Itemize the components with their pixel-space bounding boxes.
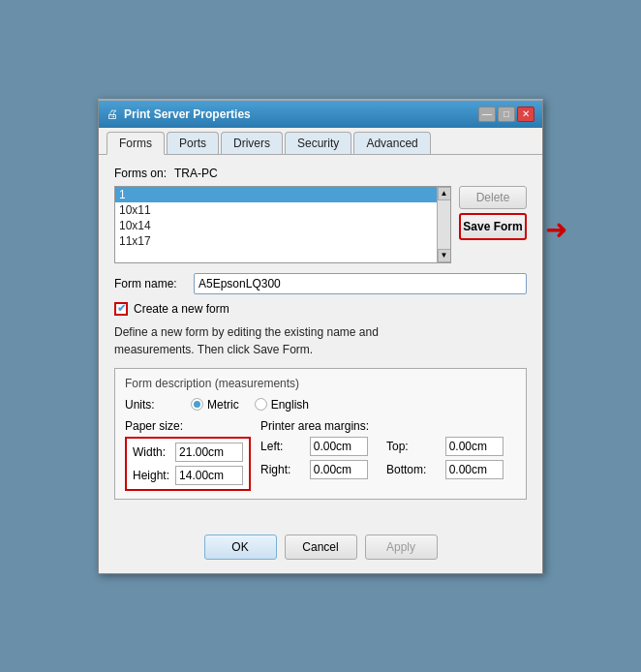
- minimize-button[interactable]: —: [478, 107, 496, 122]
- paper-size-label: Paper size:: [125, 419, 260, 433]
- list-action-buttons: Delete Save Form ➜: [459, 186, 527, 263]
- apply-button[interactable]: Apply: [365, 535, 438, 560]
- scroll-down-button[interactable]: ▼: [438, 249, 451, 262]
- tab-drivers[interactable]: Drivers: [221, 132, 283, 154]
- units-row: Units: Metric English: [125, 398, 516, 412]
- tab-security[interactable]: Security: [285, 132, 351, 154]
- list-item[interactable]: 10x14: [115, 218, 437, 233]
- forms-on-label: Forms on:: [114, 167, 167, 180]
- forms-on-value: TRA-PC: [174, 167, 218, 180]
- radio-metric-label: Metric: [207, 398, 239, 412]
- maximize-button[interactable]: □: [498, 107, 515, 122]
- width-label: Width:: [133, 445, 169, 459]
- tab-bar: Forms Ports Drivers Security Advanced: [99, 128, 542, 155]
- tab-advanced[interactable]: Advanced: [353, 132, 430, 154]
- left-input[interactable]: [310, 437, 368, 456]
- arrow-indicator: ➜: [545, 217, 567, 244]
- units-label: Units:: [125, 398, 183, 412]
- radio-english-label: English: [271, 398, 309, 412]
- create-new-form-label: Create a new form: [134, 302, 229, 316]
- top-input[interactable]: [445, 437, 504, 456]
- form-desc-title: Form description (measurements): [125, 377, 516, 390]
- title-bar: 🖨 Print Server Properties — □ ✕: [99, 101, 542, 128]
- checkbox-check-icon: ✔: [117, 302, 126, 315]
- list-content: 1 10x11 10x14 11x17: [115, 187, 437, 249]
- window-title: Print Server Properties: [124, 107, 251, 121]
- margins-grid: Left: Top: Right: Bottom:: [260, 437, 516, 479]
- save-form-button[interactable]: Save Form: [459, 213, 527, 240]
- tab-content: Forms on: TRA-PC 1 10x11 10x14 11x17 ▲ ▼…: [99, 155, 542, 525]
- forms-listbox[interactable]: 1 10x11 10x14 11x17 ▲ ▼: [114, 186, 451, 263]
- tab-forms[interactable]: Forms: [107, 132, 165, 155]
- form-description-box: Form description (measurements) Units: M…: [114, 368, 527, 500]
- list-item[interactable]: 10x11: [115, 202, 437, 218]
- height-label: Height:: [133, 469, 169, 482]
- height-input[interactable]: [175, 466, 243, 485]
- window-icon: 🖨: [107, 107, 118, 121]
- bottom-buttons: OK Cancel Apply: [99, 525, 542, 573]
- paper-size-section: Paper size: Width: Height:: [125, 419, 260, 491]
- description-text: Define a new form by editing the existin…: [114, 323, 527, 358]
- title-bar-left: 🖨 Print Server Properties: [107, 107, 251, 121]
- printer-area-margins-label: Printer area margins:: [260, 419, 516, 433]
- form-name-input[interactable]: [194, 273, 527, 294]
- radio-english[interactable]: English: [255, 398, 309, 412]
- list-and-buttons: 1 10x11 10x14 11x17 ▲ ▼ Delete Save Form…: [114, 186, 527, 263]
- scroll-up-button[interactable]: ▲: [438, 187, 451, 200]
- main-window: 🖨 Print Server Properties — □ ✕ Forms Po…: [98, 99, 543, 574]
- paper-size-grid: Width: Height:: [125, 437, 251, 491]
- create-new-form-checkbox[interactable]: ✔: [114, 302, 128, 316]
- left-label: Left:: [260, 440, 304, 453]
- units-radio-group: Metric English: [191, 398, 309, 412]
- tab-ports[interactable]: Ports: [167, 132, 219, 154]
- paper-margins-row: Paper size: Width: Height: Printer area …: [125, 419, 516, 491]
- right-input[interactable]: [310, 460, 368, 479]
- title-controls: — □ ✕: [478, 107, 534, 122]
- forms-on-row: Forms on: TRA-PC: [114, 167, 527, 180]
- list-item[interactable]: 11x17: [115, 233, 437, 249]
- radio-english-button[interactable]: [255, 398, 267, 411]
- ok-button[interactable]: OK: [204, 535, 277, 560]
- delete-button[interactable]: Delete: [459, 186, 527, 209]
- right-label: Right:: [260, 463, 304, 476]
- cancel-button[interactable]: Cancel: [285, 535, 357, 560]
- form-name-row: Form name:: [114, 273, 527, 294]
- width-input[interactable]: [175, 443, 243, 462]
- create-new-form-row: ✔ Create a new form: [114, 302, 527, 316]
- top-label: Top:: [386, 440, 440, 453]
- scrollbar[interactable]: ▲ ▼: [437, 187, 450, 262]
- save-form-wrap: Save Form ➜: [459, 213, 527, 240]
- list-item[interactable]: 1: [115, 187, 437, 202]
- form-name-label: Form name:: [114, 277, 184, 290]
- margins-section: Printer area margins: Left: Top: Right: …: [260, 419, 516, 479]
- bottom-label: Bottom:: [386, 463, 440, 476]
- radio-metric-button[interactable]: [191, 398, 203, 411]
- radio-metric[interactable]: Metric: [191, 398, 239, 412]
- close-button[interactable]: ✕: [517, 107, 534, 122]
- bottom-input[interactable]: [445, 460, 504, 479]
